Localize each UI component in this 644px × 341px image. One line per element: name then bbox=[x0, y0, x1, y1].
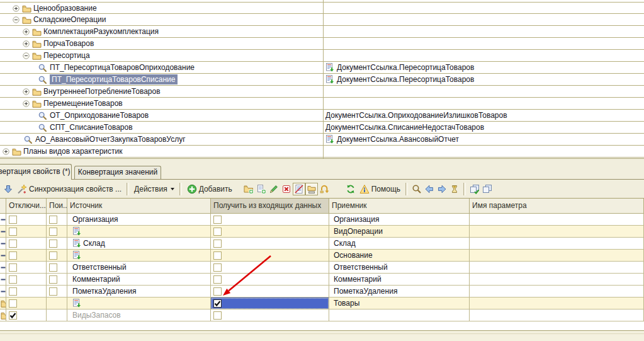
checkbox-get-from-input[interactable] bbox=[213, 287, 222, 296]
column-header[interactable]: Отключи... bbox=[6, 199, 47, 214]
table-row[interactable]: ВидыЗапасов bbox=[0, 309, 644, 321]
expander-plus-icon[interactable] bbox=[23, 28, 30, 35]
table-row[interactable]: ОтветственныйОтветственный bbox=[0, 262, 644, 274]
tree-row[interactable]: Ценообразование bbox=[0, 2, 644, 14]
cell-get-from-input[interactable] bbox=[211, 309, 329, 321]
checkbox-search[interactable] bbox=[49, 275, 57, 284]
cell-get-from-input[interactable] bbox=[211, 214, 329, 226]
checkbox-search[interactable] bbox=[49, 240, 57, 248]
cell-target[interactable]: Комментарий bbox=[329, 274, 470, 286]
edit-button[interactable] bbox=[268, 183, 280, 195]
table-row[interactable]: Товары bbox=[0, 298, 644, 309]
cell-source[interactable]: Склад bbox=[67, 238, 211, 250]
table-row[interactable]: ПометкаУдаленияПометкаУдаления bbox=[0, 286, 644, 298]
cell-get-from-input[interactable] bbox=[211, 226, 329, 238]
checkbox-disable[interactable] bbox=[9, 228, 17, 236]
refresh-button[interactable] bbox=[344, 183, 357, 195]
checkbox-disable[interactable] bbox=[9, 263, 17, 272]
tree-row[interactable]: ПТ_ПересортицаТоваровСписаниеДокументСсы… bbox=[0, 74, 644, 86]
checkbox-get-from-input[interactable] bbox=[213, 251, 222, 260]
tree-row[interactable]: Планы видов характеристик bbox=[0, 146, 644, 158]
column-header[interactable]: Приемник bbox=[329, 199, 470, 214]
cell-source[interactable]: Ответственный bbox=[67, 262, 211, 274]
cell-get-from-input[interactable] bbox=[211, 286, 329, 298]
deletion-mark-button[interactable] bbox=[293, 183, 305, 195]
tree-row[interactable]: ОТ_ОприходованиеТоваровДокументСсылка.Оп… bbox=[0, 110, 644, 122]
help-button[interactable]: Помощь bbox=[357, 183, 403, 195]
checkbox-get-from-input[interactable] bbox=[213, 311, 222, 320]
cell-target[interactable]: Товары bbox=[329, 298, 470, 309]
column-header[interactable] bbox=[0, 199, 6, 214]
add-button[interactable]: Добавить bbox=[184, 183, 235, 195]
column-header[interactable]: Источник bbox=[67, 199, 211, 214]
expander-minus-icon[interactable] bbox=[23, 52, 30, 59]
checkbox-search[interactable] bbox=[49, 228, 57, 236]
checkbox-get-from-input[interactable] bbox=[213, 228, 222, 236]
windows-button[interactable] bbox=[481, 183, 494, 195]
tree-row[interactable]: ПеремещениеТоваров bbox=[0, 98, 644, 110]
checkbox-disable[interactable] bbox=[9, 287, 17, 296]
checkbox-disable[interactable] bbox=[9, 311, 17, 320]
cell-target[interactable]: Основание bbox=[329, 250, 470, 262]
checkbox-search[interactable] bbox=[49, 287, 57, 296]
checkbox-search[interactable] bbox=[49, 263, 57, 272]
cell-get-from-input[interactable] bbox=[211, 262, 329, 274]
sync-properties-button[interactable]: Синхронизация свойств ... bbox=[14, 183, 124, 195]
checkbox-disable[interactable] bbox=[9, 216, 17, 224]
interval-button[interactable] bbox=[448, 183, 461, 195]
tree-row[interactable]: ПорчаТоваров bbox=[0, 38, 644, 50]
back-button[interactable] bbox=[423, 183, 436, 195]
cell-get-from-input[interactable] bbox=[211, 274, 329, 286]
restore-button[interactable] bbox=[318, 183, 330, 195]
tab-property-conversion[interactable]: Конвертация свойств (*) bbox=[0, 164, 72, 180]
cell-get-from-input[interactable] bbox=[211, 238, 329, 250]
cell-source[interactable]: Комментарий bbox=[67, 274, 211, 286]
checkbox-get-from-input[interactable] bbox=[213, 263, 222, 272]
checkbox-get-from-input[interactable] bbox=[213, 240, 222, 248]
cell-target[interactable]: Склад bbox=[329, 238, 470, 250]
column-header[interactable]: Получить из входящих данных bbox=[211, 199, 329, 214]
search-button[interactable] bbox=[410, 183, 423, 195]
table-row[interactable]: КомментарийКомментарий bbox=[0, 274, 644, 286]
expander-plus-icon[interactable] bbox=[13, 5, 20, 12]
cell-source[interactable]: ПометкаУдаления bbox=[67, 286, 211, 298]
cell-source[interactable]: Организация bbox=[67, 214, 211, 226]
cell-source[interactable] bbox=[67, 298, 211, 309]
expander-plus-icon[interactable] bbox=[23, 40, 30, 47]
tree-column-divider[interactable] bbox=[323, 0, 324, 158]
tab-value-conversion[interactable]: Конвертация значений bbox=[74, 166, 161, 179]
tree-row[interactable]: КомплектацияРазукомплектация bbox=[0, 26, 644, 38]
checkbox-get-from-input[interactable] bbox=[213, 216, 222, 224]
display-groups-button[interactable] bbox=[305, 183, 318, 195]
cell-get-from-input-selected[interactable] bbox=[211, 298, 329, 309]
cell-source[interactable] bbox=[67, 250, 211, 262]
table-row[interactable]: СкладСклад bbox=[0, 238, 644, 250]
checkbox-get-from-input[interactable] bbox=[213, 275, 222, 284]
tree-row[interactable]: ВнутреннееПотреблениеТоваров bbox=[0, 86, 644, 98]
tree-row[interactable]: ПТ_ПересортицаТоваровОприходованиеДокуме… bbox=[0, 62, 644, 74]
actions-menu-button[interactable]: Действия bbox=[132, 183, 177, 195]
table-row[interactable]: Основание bbox=[0, 250, 644, 262]
checkbox-search[interactable] bbox=[49, 216, 57, 224]
expander-plus-icon[interactable] bbox=[23, 100, 30, 107]
checkbox-disable[interactable] bbox=[9, 275, 17, 284]
checkbox-disable[interactable] bbox=[9, 299, 17, 308]
cell-get-from-input[interactable] bbox=[211, 250, 329, 262]
cell-target[interactable]: ВидОперации bbox=[329, 226, 470, 238]
cell-target[interactable]: ПометкаУдаления bbox=[329, 286, 470, 298]
expander-plus-icon[interactable] bbox=[3, 148, 9, 155]
cell-source[interactable]: ВидыЗапасов bbox=[67, 309, 211, 321]
column-header[interactable]: Пои... bbox=[47, 199, 67, 214]
expander-minus-icon[interactable] bbox=[13, 16, 20, 23]
down-arrow-button[interactable] bbox=[2, 183, 14, 195]
column-header[interactable]: Имя параметра bbox=[470, 199, 644, 214]
checkbox-disable[interactable] bbox=[9, 240, 17, 248]
cell-target[interactable]: Ответственный bbox=[329, 262, 470, 274]
forward-button[interactable] bbox=[436, 183, 448, 195]
add-group-button[interactable] bbox=[242, 183, 255, 195]
expander-plus-icon[interactable] bbox=[23, 88, 30, 95]
checkbox-disable[interactable] bbox=[9, 251, 17, 260]
tree-row[interactable]: АО_АвансовыйОтчетЗакупкаТоваровУслугДоку… bbox=[0, 134, 644, 146]
checkbox-search[interactable] bbox=[49, 251, 57, 260]
delete-button[interactable] bbox=[280, 183, 293, 195]
